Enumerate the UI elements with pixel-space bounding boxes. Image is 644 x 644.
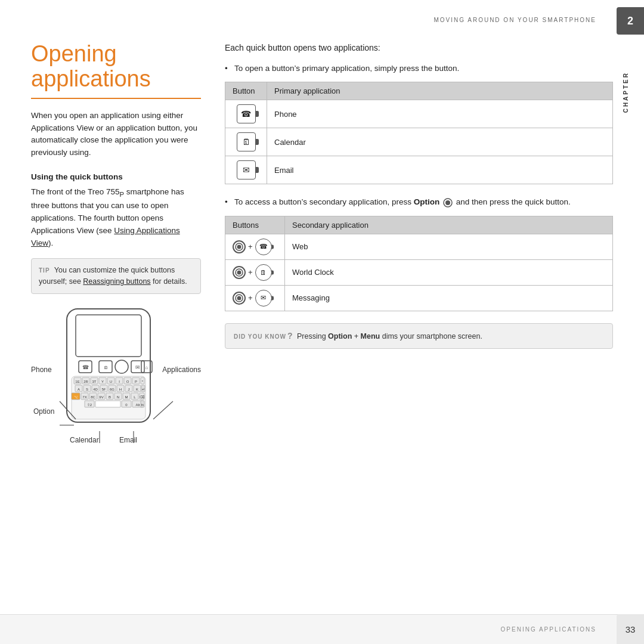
svg-text:↵: ↵ (142, 388, 145, 391)
calendar-btn-icon: 🗓 (255, 264, 272, 281)
svg-point-6 (115, 360, 128, 373)
primary-app-table: Button Primary application ☎ Phone (225, 82, 613, 184)
secondary-app-table: Buttons Secondary application + ☎ (225, 216, 613, 311)
label-applications: Applications (162, 366, 201, 374)
svg-text:H: H (119, 388, 122, 391)
svg-text:fn: fn (141, 403, 144, 407)
app-name-email: Email (267, 156, 613, 184)
app-name-phone: Phone (267, 100, 613, 128)
secondary-table-col2: Secondary application (285, 216, 613, 234)
left-column: Opening applications When you open an ap… (31, 42, 201, 608)
svg-point-83 (237, 244, 242, 249)
dyk-label: DID YOU KNOW (234, 333, 286, 340)
svg-text:⇧2: ⇧2 (87, 403, 92, 407)
worldclock-icon-pair: + 🗓 (233, 264, 277, 281)
app-name-worldclock: World Clock (285, 259, 613, 285)
svg-text:S: S (86, 388, 88, 391)
table-row: ✉ Email (225, 156, 613, 184)
svg-rect-1 (76, 315, 141, 357)
svg-text:4D: 4D (93, 388, 98, 391)
header-title: MOVING AROUND ON YOUR SMARTPHONE (434, 17, 596, 23)
svg-text:☎: ☎ (82, 364, 89, 370)
svg-text:🗓: 🗓 (104, 366, 108, 370)
svg-point-85 (237, 270, 242, 274)
svg-text:⌂: ⌂ (145, 365, 148, 370)
reassigning-buttons-link[interactable]: Reassigning buttons (83, 277, 150, 286)
phone-btn-icon: ☎ (255, 239, 272, 255)
body-text: The front of the Treo 755P smartphone ha… (31, 186, 201, 250)
app-name-calendar: Calendar (267, 128, 613, 156)
svg-text:K: K (136, 388, 138, 391)
calendar-icon: 🗓 (237, 132, 256, 151)
tip-label: TIP (39, 267, 50, 274)
primary-table-col1: Button (225, 82, 267, 100)
web-icon-pair: + ☎ (233, 239, 277, 255)
svg-text:P: P (135, 380, 137, 383)
svg-text:7X: 7X (82, 395, 86, 399)
option-circle-icon (233, 292, 246, 305)
svg-text:3T: 3T (92, 380, 96, 383)
svg-text:8C: 8C (91, 395, 95, 399)
phone-diagram: ☎ 🗓 ✉ ⌂ (31, 306, 201, 458)
tip-box: TIP You can customize the quick buttons … (31, 258, 201, 294)
bullet-1: To open a button’s primary application, … (225, 63, 613, 75)
option-circle-icon (233, 240, 246, 253)
svg-text:✉: ✉ (135, 364, 140, 370)
svg-point-87 (237, 296, 242, 300)
email-icon: ✉ (237, 160, 256, 179)
icon-cell-worldclock: + 🗓 (225, 259, 285, 285)
bullet2-suffix: and then press the quick button. (456, 197, 571, 206)
svg-text:J: J (128, 388, 130, 391)
chapter-badge: 2 (617, 7, 644, 35)
icon-cell-web: + ☎ (225, 234, 285, 259)
table-row: + ✉ Messaging (225, 285, 613, 311)
dyk-question-mark: ? (287, 331, 293, 340)
chapter-vertical-label: CHAPTER (623, 72, 644, 113)
svg-text:1E: 1E (75, 380, 79, 383)
svg-text:⌥: ⌥ (74, 395, 78, 399)
svg-text:⌫: ⌫ (140, 395, 145, 399)
svg-rect-67 (95, 401, 120, 407)
email-btn-icon: ✉ (255, 290, 272, 306)
icon-cell-phone: ☎ (225, 100, 267, 128)
app-name-web: Web (285, 234, 613, 259)
svg-text:6G: 6G (110, 388, 114, 391)
label-option: Option (33, 407, 54, 416)
svg-text:2R: 2R (83, 380, 88, 383)
intro-text: When you open an application using eithe… (31, 110, 201, 160)
svg-text:Alt: Alt (135, 403, 140, 407)
table-row: ☎ Phone (225, 100, 613, 128)
using-app-view-link[interactable]: Using Applications View (31, 226, 180, 247)
right-column: Each quick button opens two applications… (225, 42, 613, 608)
bullet2-option: Option (414, 197, 440, 206)
primary-table-col2: Primary application (267, 82, 613, 100)
svg-point-81 (445, 200, 450, 205)
plus-icon: + (248, 268, 253, 277)
main-content: Opening applications When you open an ap… (31, 42, 613, 608)
svg-text:5F: 5F (101, 388, 106, 391)
plus-icon: + (248, 242, 253, 251)
svg-text:Y: Y (101, 380, 104, 383)
svg-text:B: B (109, 395, 111, 399)
svg-text:U: U (110, 380, 112, 383)
secondary-table-col1: Buttons (225, 216, 285, 234)
option-circle-icon (443, 198, 453, 208)
svg-text:O: O (126, 380, 129, 383)
svg-text:A: A (78, 388, 80, 391)
icon-cell-calendar: 🗓 (225, 128, 267, 156)
did-you-know-box: DID YOU KNOW? Pressing Option + Menu dim… (225, 323, 613, 349)
section-heading: Using the quick buttons (31, 172, 201, 181)
phone-svg: ☎ 🗓 ✉ ⌂ (49, 306, 168, 431)
bullet2-prefix: To access a button’s secondary applicati… (234, 197, 414, 206)
table-row: + ☎ Web (225, 234, 613, 259)
label-email: Email (119, 436, 137, 444)
page-number: 33 (617, 614, 644, 644)
svg-text:9V: 9V (99, 395, 103, 399)
option-circle-icon (233, 266, 246, 279)
bullet-2: To access a button’s secondary applicati… (225, 196, 613, 208)
plus-icon: + (248, 293, 253, 302)
messaging-icon-pair: + ✉ (233, 290, 277, 306)
icon-cell-messaging: + ✉ (225, 285, 285, 311)
label-calendar: Calendar (70, 436, 99, 444)
bottom-footer: OPENING APPLICATIONS (0, 614, 644, 644)
